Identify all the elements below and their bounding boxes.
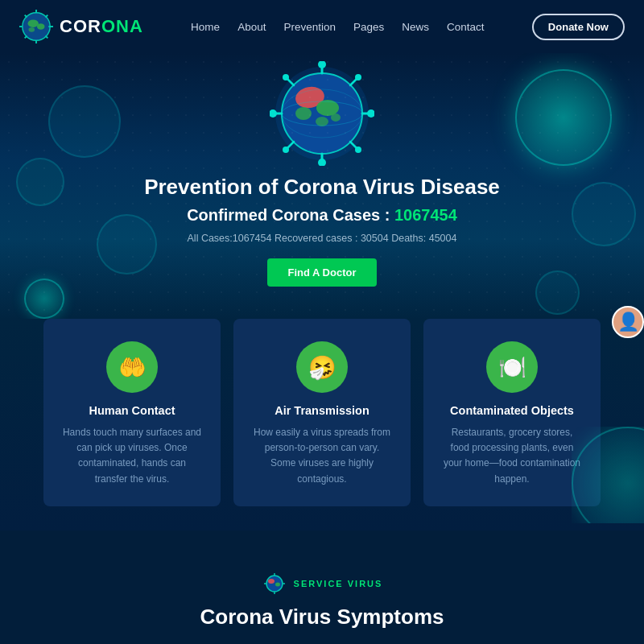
navbar: CORONA Home About Prevention Pages News … (0, 0, 644, 53)
center-globe (270, 61, 374, 166)
svg-point-39 (275, 582, 280, 586)
svg-point-35 (283, 147, 289, 153)
svg-point-18 (331, 114, 341, 122)
virus-deco-6 (535, 270, 580, 315)
service-virus-label: SERVICE VIRUS (294, 579, 383, 588)
donate-button[interactable]: Donate Now (532, 14, 625, 40)
human-contact-icon: 🤲 (106, 341, 158, 393)
contaminated-objects-title: Contaminated Objects (441, 404, 583, 417)
air-transmission-icon: 🤧 (296, 341, 348, 393)
svg-point-16 (295, 107, 312, 120)
service-label: SERVICE VIRUS (24, 571, 620, 597)
hero-stats: All Cases:1067454 Recovered cases : 3050… (144, 233, 500, 244)
hero-confirmed-cases: Confirmed Corona Cases : 1067454 (144, 206, 500, 225)
hero-text: Prevention of Corona Virus Disease Confi… (144, 175, 500, 287)
air-transmission-title: Air Transmission (251, 404, 393, 417)
nav-prevention[interactable]: Prevention (283, 21, 336, 33)
svg-line-8 (45, 15, 47, 18)
card-contaminated-objects: 🍽️ Contaminated Objects Restaurants, gro… (423, 319, 601, 506)
transmission-cards-row: 🤲 Human Contact Hands touch many surface… (24, 319, 620, 506)
contaminated-objects-icon: 🍽️ (486, 341, 538, 393)
human-contact-desc: Hands touch many surfaces and can pick u… (61, 425, 203, 487)
nav-links: Home About Prevention Pages News Contact (191, 19, 484, 34)
svg-point-34 (355, 74, 361, 80)
svg-point-1 (28, 19, 39, 27)
find-doctor-button[interactable]: Find A Doctor (267, 258, 378, 287)
svg-point-36 (355, 147, 361, 153)
human-contact-title: Human Contact (61, 404, 203, 417)
symptoms-description: The most common symptoms of COVID-19 are… (121, 641, 523, 644)
air-transmission-desc: How easily a virus spreads from person-t… (251, 425, 393, 487)
svg-point-33 (283, 74, 289, 80)
transmission-section: 🤲 Human Contact Hands touch many surface… (0, 319, 644, 530)
hero-section: Prevention of Corona Virus Disease Confi… (0, 53, 644, 319)
confirmed-prefix: Confirmed Corona Cases : (187, 206, 394, 224)
card-air-transmission: 🤧 Air Transmission How easily a virus sp… (233, 319, 411, 506)
logo-text: CORONA (60, 16, 143, 37)
svg-point-38 (268, 579, 275, 584)
virus-deco-7 (24, 279, 64, 319)
logo-icon (19, 10, 53, 43)
svg-line-9 (25, 35, 27, 38)
symptoms-section: SERVICE VIRUS Corona Virus Symptoms The … (0, 530, 644, 644)
nav-contact[interactable]: Contact (447, 21, 485, 33)
nav-home[interactable]: Home (191, 21, 220, 33)
svg-line-11 (25, 15, 27, 18)
svg-point-17 (316, 117, 328, 126)
virus-deco-2 (16, 158, 64, 206)
nav-about[interactable]: About (237, 21, 266, 33)
svg-line-10 (45, 35, 47, 38)
symptoms-title: Corona Virus Symptoms (24, 605, 620, 630)
logo: CORONA (19, 10, 143, 43)
hero-title: Prevention of Corona Virus Disease (144, 175, 500, 200)
svg-point-37 (266, 576, 283, 592)
service-virus-icon (262, 571, 287, 597)
contaminated-objects-desc: Restaurants, grocery stores, food proces… (441, 425, 583, 487)
nav-pages[interactable]: Pages (353, 21, 384, 33)
card-human-contact: 🤲 Human Contact Hands touch many surface… (43, 319, 221, 506)
svg-point-2 (37, 23, 45, 30)
case-count: 1067454 (394, 206, 457, 224)
floating-avatar[interactable]: 👤 (612, 306, 644, 338)
virus-deco-1 (48, 85, 121, 158)
virus-deco-4 (515, 69, 612, 166)
nav-news[interactable]: News (402, 21, 429, 33)
virus-deco-5 (572, 182, 636, 246)
svg-point-3 (28, 27, 35, 32)
